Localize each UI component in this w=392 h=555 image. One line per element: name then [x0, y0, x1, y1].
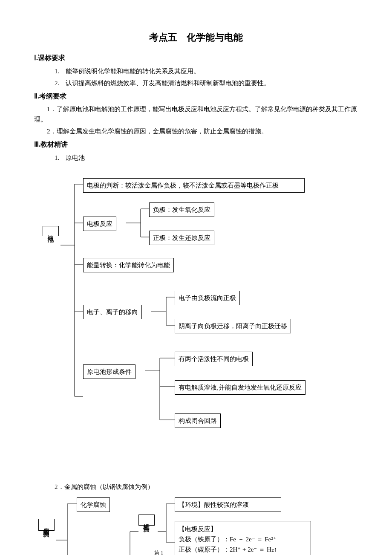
page-number-fragment: 第 1 — [154, 549, 163, 555]
node-env-acidic: 【环境】酸性较强的溶液 — [175, 497, 281, 512]
section2-heading: Ⅱ.考纲要求 — [34, 91, 358, 102]
negative-electrode-rxn: 负极（铁原子）：Fe － 2e⁻ ＝ Fe²⁺ — [179, 534, 307, 544]
label-electrode-reaction: 【电极反应】 — [179, 524, 307, 534]
node-ion-movement: 电子、离子的移向 — [83, 305, 142, 319]
section3-heading: Ⅲ.教材精讲 — [34, 139, 358, 150]
node-closed-circuit: 构成闭合回路 — [175, 413, 221, 428]
node-electrode-reaction: 电极反应 — [83, 217, 116, 231]
root-metal-corrosion: 金属的腐蚀 — [38, 519, 55, 531]
node-negative-electrode: 负极：发生氧化反应 — [149, 202, 214, 217]
root-galvanic-cell: 原电池 — [43, 226, 59, 236]
section2-item2: 2．理解金属发生电化学腐蚀的原因，金属腐蚀的危害，防止金属腐蚀的措施。 — [34, 126, 358, 136]
section3-item2: 2．金属的腐蚀（以钢铁腐蚀为例） — [42, 482, 358, 492]
node-electrode-reaction-detail: 【电极反应】 负极（铁原子）：Fe － 2e⁻ ＝ Fe²⁺ 正极（碳原子）：2… — [175, 521, 311, 555]
section1-heading: Ⅰ.课标要求 — [34, 52, 358, 64]
diagram-metal-corrosion: 金属的腐蚀 化学腐蚀 电化学腐蚀 析氢腐蚀 吸氧 【环境】酸性较强的溶液 【电极… — [34, 495, 358, 555]
section2-item1: 1．了解原电池和电解池的工作原理，能写出电极反应和电池反应方程式。了解常见化学电… — [34, 104, 358, 124]
section1-item2: 2. 认识提高燃料的燃烧效率、开发高能清洁燃料和研制新型电池的重要性。 — [42, 78, 358, 88]
node-chemical-corrosion: 化学腐蚀 — [77, 497, 110, 512]
node-ion-migration: 阴离子向负极迁移，阳离子向正极迁移 — [175, 319, 291, 333]
node-two-electrodes: 有两个活泼性不同的电极 — [175, 352, 253, 366]
node-electrolyte: 有电解质溶液,并能自发地发生氧化还原反应 — [175, 380, 306, 395]
node-energy-conversion: 能量转换：化学能转化为电能 — [83, 258, 174, 272]
node-electron-flow: 电子由负极流向正极 — [175, 291, 240, 305]
page-title: 考点五 化学能与电能 — [34, 30, 358, 45]
node-hydrogen-evolution: 析氢腐蚀 — [138, 515, 155, 526]
node-electrode-judge: 电极的判断：较活泼金属作负极，较不活泼金属或石墨等电极作正极 — [83, 178, 305, 193]
section3-item1: 1. 原电池 — [42, 153, 358, 163]
node-formation-conditions: 原电池形成条件 — [83, 364, 135, 379]
diagram-galvanic-cell: 原电池 电极的判断：较活泼金属作负极，较不活泼金属或石墨等电极作正极 电极反应 … — [34, 175, 358, 448]
node-positive-electrode: 正极：发生还原反应 — [149, 231, 214, 245]
section1-item1: 1. 能举例说明化学能和电能的转化关系及其应用。 — [42, 66, 358, 76]
positive-electrode-rxn: 正极（碳原子）：2H⁺ + 2e⁻ ＝ H₂↑ — [179, 544, 307, 555]
